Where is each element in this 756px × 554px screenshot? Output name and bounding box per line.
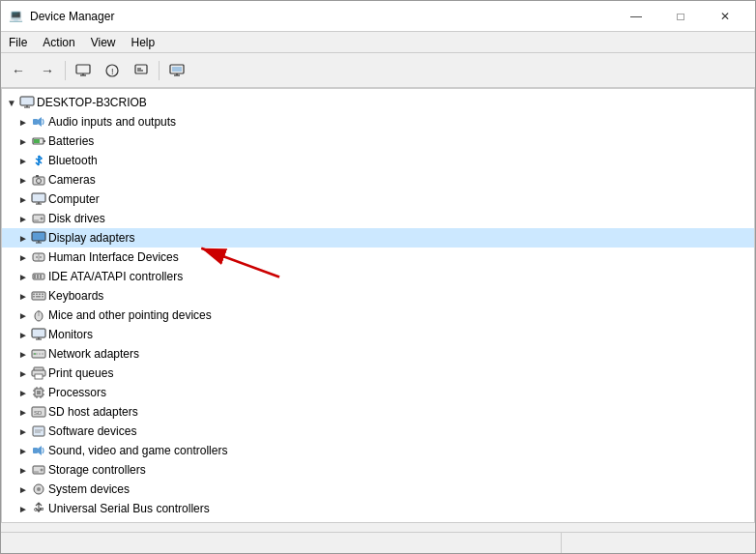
tree-item-ide[interactable]: ► IDE ATA/ATAPI controllers (2, 267, 754, 286)
toolbar: ← → ! (1, 53, 755, 88)
hid-expand-arrow: ► (17, 251, 29, 263)
tree-item-display[interactable]: ► Display adapters (2, 228, 754, 248)
tree-item-computer[interactable]: ► Computer (2, 190, 754, 209)
tree-item-hid[interactable]: ► Human Interface Devices (2, 248, 754, 267)
maximize-button[interactable]: □ (658, 4, 703, 29)
hid-label: Human Interface Devices (48, 250, 179, 264)
toolbar-back[interactable]: ← (5, 58, 32, 83)
software-expand-arrow: ► (17, 425, 29, 437)
svg-rect-11 (172, 67, 182, 72)
ide-icon (31, 269, 46, 284)
svg-point-79 (37, 487, 41, 491)
display-expand-arrow: ► (17, 232, 29, 244)
root-expand-arrow: ▼ (6, 97, 17, 108)
tree-item-bluetooth[interactable]: ► Bluetooth (2, 151, 754, 170)
svg-rect-41 (36, 294, 38, 296)
bluetooth-label: Bluetooth (48, 154, 98, 167)
menu-view[interactable]: View (83, 34, 124, 50)
tree-item-network[interactable]: ► Network adapters (2, 344, 754, 364)
title-bar-left: 💻 Device Manager (9, 9, 114, 24)
tree-item-sound[interactable]: ► Sound, video and game controllers (2, 441, 754, 460)
monitors-expand-arrow: ► (17, 329, 29, 340)
tree-item-usb[interactable]: ► Universal Serial Bus controllers (2, 499, 754, 518)
menu-file[interactable]: File (1, 34, 35, 50)
ide-expand-arrow: ► (17, 271, 29, 282)
minimize-button[interactable]: — (614, 4, 658, 29)
tree-item-software[interactable]: ► Software devices (2, 422, 754, 441)
tree-item-processors[interactable]: ► Processors (2, 383, 754, 402)
audio-label: Audio inputs and outputs (48, 115, 176, 129)
tree-root-node[interactable]: ▼ DESKTOP-B3CRIOB (2, 93, 754, 112)
svg-point-26 (41, 218, 44, 220)
toolbar-computer[interactable] (70, 58, 97, 83)
storage-icon (31, 462, 46, 478)
status-right (562, 533, 755, 553)
tree-item-audio[interactable]: ► Audio inputs and outputs (2, 112, 754, 131)
tree-item-system[interactable]: ► System devices (2, 480, 754, 499)
tree-item-batteries[interactable]: ► Batteries (2, 131, 754, 151)
display-icon (31, 230, 46, 246)
processors-icon (31, 385, 46, 400)
network-label: Network adapters (48, 347, 139, 361)
toolbar-update[interactable] (128, 58, 155, 83)
toolbar-forward[interactable]: → (34, 58, 61, 83)
display-label: Display adapters (48, 231, 134, 245)
tree-item-cameras[interactable]: ► Cameras (2, 170, 754, 190)
close-button[interactable]: ✕ (703, 4, 747, 29)
sound-expand-arrow: ► (17, 445, 29, 456)
computer-expand-arrow: ► (17, 193, 29, 205)
svg-point-34 (40, 256, 42, 258)
svg-rect-71 (33, 426, 44, 436)
sdhost-icon: SD (31, 404, 46, 420)
menu-help[interactable]: Help (124, 34, 163, 50)
svg-text:SD: SD (34, 410, 43, 416)
tree-item-mice[interactable]: ► Mice and other pointing devices (2, 306, 754, 325)
svg-rect-0 (76, 65, 90, 73)
sdhost-expand-arrow: ► (17, 406, 29, 418)
sdhost-label: SD host adapters (48, 405, 138, 419)
network-expand-arrow: ► (17, 348, 29, 360)
toolbar-separator-1 (65, 61, 66, 80)
status-left (1, 533, 562, 553)
svg-point-33 (36, 256, 38, 258)
device-tree[interactable]: ▼ DESKTOP-B3CRIOB ► (1, 88, 755, 523)
batteries-icon (31, 133, 46, 149)
svg-rect-12 (20, 97, 34, 105)
system-expand-arrow: ► (17, 483, 29, 495)
svg-point-49 (38, 310, 40, 312)
monitors-icon (31, 327, 46, 342)
sound-icon (31, 443, 46, 458)
menu-action[interactable]: Action (35, 34, 82, 50)
svg-rect-60 (37, 391, 41, 394)
svg-rect-45 (36, 296, 41, 298)
svg-rect-18 (34, 139, 40, 143)
app-icon: 💻 (9, 9, 24, 24)
toolbar-properties[interactable]: ! (99, 58, 126, 83)
usb-icon (31, 501, 46, 516)
window-controls: — □ ✕ (614, 4, 747, 29)
bluetooth-expand-arrow: ► (17, 155, 29, 166)
root-computer-icon (19, 95, 35, 110)
svg-rect-28 (32, 232, 45, 241)
cameras-label: Cameras (48, 173, 96, 187)
sound-label: Sound, video and game controllers (48, 444, 227, 457)
svg-rect-43 (42, 294, 44, 296)
cameras-icon (31, 172, 46, 188)
hid-icon (31, 249, 46, 265)
batteries-expand-arrow: ► (17, 135, 29, 147)
usb-expand-arrow: ► (17, 503, 29, 514)
tree-item-keyboards[interactable]: ► Keyboards (2, 286, 754, 306)
device-manager-window: 💻 Device Manager — □ ✕ File Action View … (0, 0, 756, 554)
svg-rect-21 (36, 175, 39, 177)
svg-rect-44 (33, 296, 35, 298)
svg-rect-22 (32, 193, 45, 202)
tree-item-print[interactable]: ► Print queues (2, 364, 754, 383)
svg-rect-74 (33, 448, 38, 453)
toolbar-display[interactable] (163, 58, 190, 83)
mice-label: Mice and other pointing devices (48, 308, 212, 322)
tree-item-monitors[interactable]: ► Monitors (2, 325, 754, 344)
tree-item-sdhost[interactable]: ► SD SD host adapters (2, 402, 754, 422)
tree-item-storage[interactable]: ► Storage controllers (2, 460, 754, 480)
tree-item-diskdrives[interactable]: ► Disk drives (2, 209, 754, 228)
menu-bar: File Action View Help (1, 32, 755, 53)
